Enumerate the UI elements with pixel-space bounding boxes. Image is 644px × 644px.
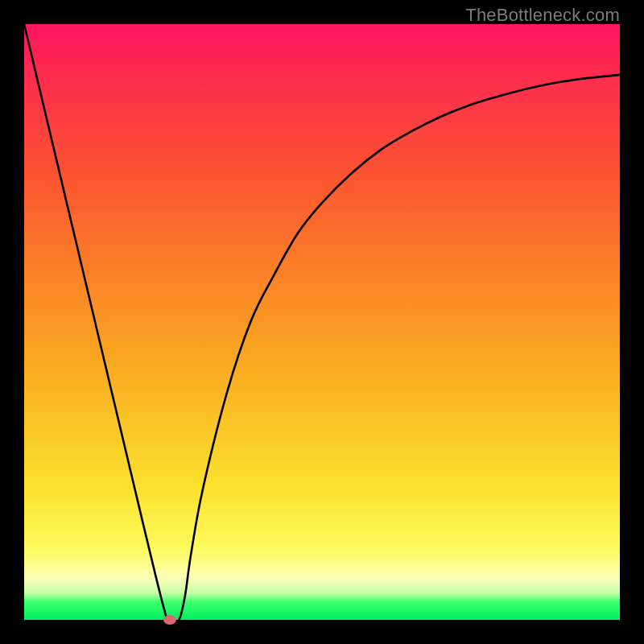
chart-frame: TheBottleneck.com	[0, 0, 644, 644]
bottleneck-curve	[24, 24, 620, 620]
plot-area	[24, 24, 620, 620]
minimum-marker	[163, 615, 176, 625]
watermark-text: TheBottleneck.com	[465, 5, 620, 26]
